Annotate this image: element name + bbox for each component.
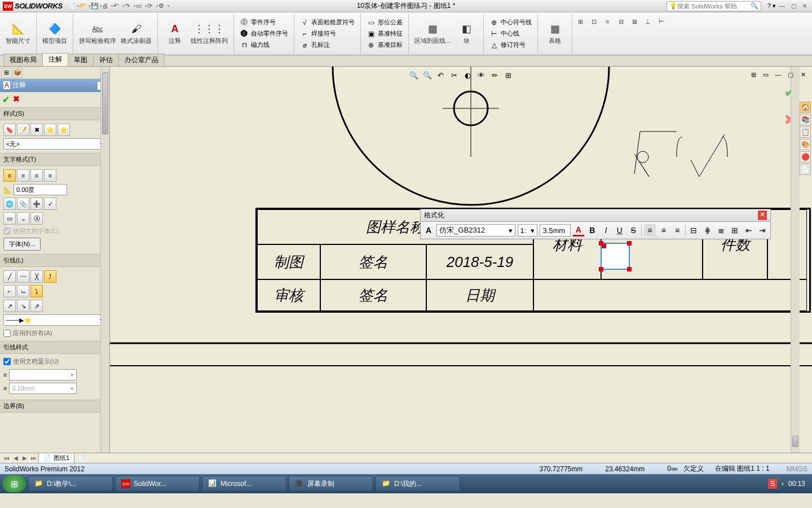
tables-button[interactable]: ▦表格 <box>541 21 568 46</box>
tb-qty-value[interactable] <box>767 209 807 279</box>
leader6-icon[interactable]: ⌙ <box>17 285 29 297</box>
section-leader-header[interactable]: 引线(L)⌃ <box>0 254 109 267</box>
datum-target-button[interactable]: ⊕基准目标 <box>364 40 405 50</box>
cancel-button[interactable]: ✖ <box>13 94 20 105</box>
list2-icon[interactable]: ⊞ <box>729 224 740 237</box>
ime-icon[interactable]: S <box>768 479 777 489</box>
section-text-header[interactable]: 文字格式(T)⌃ <box>0 153 109 166</box>
format-painter-button[interactable]: 🖌格式涂刷器 <box>118 21 154 46</box>
bold-button[interactable]: B <box>586 224 598 237</box>
tool5-icon[interactable]: ⊠ <box>629 16 640 27</box>
geo-tolerance-button[interactable]: ▭形位公差 <box>364 17 405 28</box>
sheet-first-icon[interactable]: ⏮ <box>2 455 11 461</box>
bullet-icon[interactable]: ⊟ <box>688 224 699 237</box>
accept-button[interactable]: ✔ <box>2 94 10 105</box>
leader7-icon[interactable]: ⤵ <box>30 285 43 297</box>
section-leader-style-header[interactable]: 引线样式⌃ <box>0 341 109 354</box>
leader5-icon[interactable]: ⌐ <box>3 285 16 297</box>
vp-min-icon[interactable]: — <box>774 70 783 79</box>
tab-evaluate[interactable]: 评估 <box>93 54 119 66</box>
datum-feature-button[interactable]: ▣基准特征 <box>364 29 405 39</box>
dock-lib-icon[interactable]: 📚 <box>800 114 811 125</box>
style-add-icon[interactable]: 🔖 <box>3 124 16 136</box>
section-border-header[interactable]: 边界(B)⌄ <box>0 400 109 413</box>
sheet-next-icon[interactable]: ▶ <box>20 455 29 461</box>
vp-single-icon[interactable]: ▭ <box>761 70 770 79</box>
section-view-icon[interactable]: ✂ <box>449 70 460 80</box>
tab-office[interactable]: 办公室产品 <box>118 54 165 66</box>
vp-tile-icon[interactable]: ⊞ <box>749 70 758 79</box>
align-c-icon[interactable]: ≡ <box>658 224 669 237</box>
number-icon[interactable]: ⋕ <box>701 224 713 237</box>
prev-view-icon[interactable]: ↶ <box>435 70 447 80</box>
clock[interactable]: 00:13 <box>788 480 805 488</box>
note-button[interactable]: A注释 <box>161 21 188 46</box>
feature-tree-icon[interactable]: ⊞ <box>1 68 11 78</box>
tab-view-layout[interactable]: 视图布局 <box>3 54 43 66</box>
align-r-icon[interactable]: ≡ <box>672 224 683 237</box>
open-icon[interactable]: 📂 <box>80 2 87 10</box>
angle-input[interactable] <box>14 184 67 195</box>
tool3-icon[interactable]: ≡ <box>602 16 613 27</box>
edit-sketch-icon[interactable]: ✏ <box>489 70 501 80</box>
linear-pattern-button[interactable]: ⋮⋮⋮线性注释阵列 <box>188 21 230 46</box>
sheet-add-icon[interactable]: 📄 <box>77 455 86 461</box>
block-button[interactable]: ◧块 <box>453 21 480 46</box>
underline-button[interactable]: U <box>614 224 625 237</box>
font-family-combo[interactable]: 仿宋_GB2312▾ <box>436 224 515 237</box>
leader9-icon[interactable]: ↘ <box>17 300 29 312</box>
tool7-icon[interactable]: ⊢ <box>656 16 667 27</box>
revision-symbol-button[interactable]: △修订符号 <box>487 40 534 50</box>
leader10-icon[interactable]: ⇗ <box>30 300 43 312</box>
dock-home-icon[interactable]: 🏠 <box>800 102 811 113</box>
use-doc-display-checkbox[interactable]: 使用文档显示(U) <box>3 357 106 366</box>
search-input[interactable] <box>677 3 751 10</box>
style-edit-icon[interactable]: 📝 <box>17 124 29 136</box>
section-style-header[interactable]: 样式(S)⌃ <box>0 107 109 120</box>
tray-arrow-icon[interactable]: ‹ <box>782 480 784 488</box>
model-items-button[interactable]: 🔷模型项目 <box>40 21 69 46</box>
dock-custom-icon[interactable]: 📄 <box>800 164 811 175</box>
panel-scrollbar[interactable] <box>100 67 109 453</box>
tool6-icon[interactable]: ⊥ <box>642 16 654 27</box>
format-close-icon[interactable]: ✕ <box>758 211 767 220</box>
print-icon[interactable]: 🖨 <box>102 2 110 10</box>
tab-sketch[interactable]: 草图 <box>68 54 94 66</box>
hole-callout-button[interactable]: ⌀孔标注 <box>298 40 357 50</box>
search-icon[interactable]: 🔍 <box>751 2 758 10</box>
close-icon[interactable]: ✕ <box>800 2 810 10</box>
smart-dimension-button[interactable]: 📐智能尺寸 <box>3 21 33 46</box>
vp-max-icon[interactable]: ▢ <box>786 70 795 79</box>
indent-dec-icon[interactable]: ⇤ <box>743 224 754 237</box>
tool1-icon[interactable]: ⊞ <box>575 16 586 27</box>
center-mark-button[interactable]: ⊕中心符号线 <box>487 17 534 28</box>
dock-view-icon[interactable]: 🎨 <box>800 139 811 150</box>
save-icon[interactable]: 💾 <box>91 2 99 10</box>
redo-icon[interactable]: ↷ <box>125 2 133 10</box>
italic-button[interactable]: I <box>600 224 611 237</box>
canvas-scrollbar[interactable] <box>791 67 800 453</box>
drawing-canvas[interactable]: 🔍 🔍 ↶ ✂ ◐ 👁 ✏ ⊞ ⊞ ▭ — ▢ ✕ ✔ ✖ 🏠 📚 📋 🎨 🔴 … <box>110 67 812 453</box>
status-units[interactable]: MMGS <box>787 465 807 473</box>
dock-prop-icon[interactable]: 🔴 <box>800 151 811 163</box>
minimize-icon[interactable]: — <box>777 2 787 10</box>
align-center-button[interactable]: ≡ <box>17 169 29 182</box>
arrow-style-combo[interactable]: ───▶⭐▾ <box>3 314 106 326</box>
leader3-icon[interactable]: ╳ <box>30 270 43 283</box>
view-orient-icon[interactable]: ⊞ <box>503 70 514 80</box>
list1-icon[interactable]: ≣ <box>716 224 727 237</box>
indent-inc-icon[interactable]: ⇥ <box>757 224 768 237</box>
leader8-icon[interactable]: ↗ <box>3 300 16 312</box>
help-dropdown-icon[interactable]: ? ▾ <box>767 2 776 10</box>
surface-finish-button[interactable]: √表面粗糙度符号 <box>298 17 357 28</box>
options-icon[interactable]: ⚙ <box>158 2 166 10</box>
sheet-tab-1[interactable]: 📄图纸1 <box>38 453 74 463</box>
weld-symbol-button[interactable]: ⌐焊接符号 <box>298 29 357 39</box>
style-delete-icon[interactable]: ✖ <box>30 124 43 136</box>
taskbar-item-1[interactable]: 📁D:\教学\... <box>28 476 113 492</box>
centerline-button[interactable]: ⊢中心线 <box>487 29 534 39</box>
magnetic-line-button[interactable]: ⊓磁力线 <box>237 40 290 50</box>
align-left-button[interactable]: ≡ <box>3 169 16 182</box>
attach1-icon[interactable]: 📎 <box>17 198 29 210</box>
vp-close-icon[interactable]: ✕ <box>798 70 807 79</box>
